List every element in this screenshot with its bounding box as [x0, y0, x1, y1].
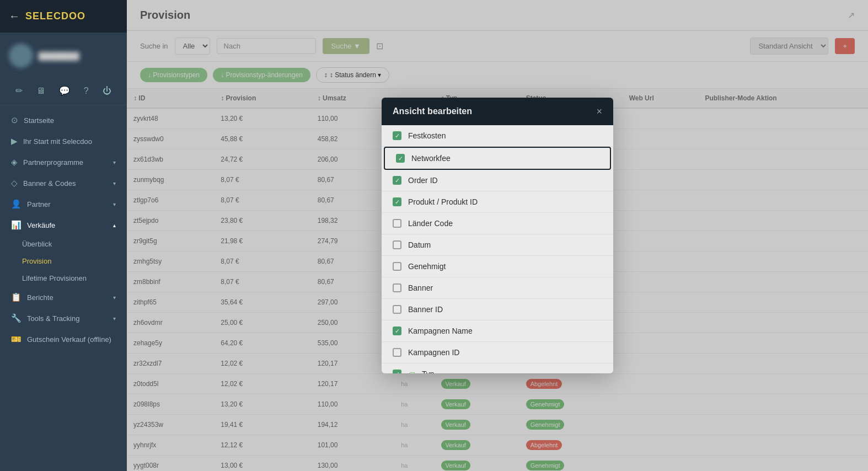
user-avatar-area: ████████ [0, 33, 127, 79]
berichte-icon: 📋 [11, 292, 22, 302]
sidebar-item-label: Tools & Tracking [27, 314, 79, 323]
gutschein-icon: 🎫 [11, 334, 22, 344]
partnerprogramme-icon: ◈ [11, 157, 18, 167]
modal-item-label: Länder Code [408, 219, 453, 228]
sidebar-item-label: Startseite [24, 116, 54, 125]
sidebar-item-ihr-start[interactable]: ▶ Ihr Start mit Selecdoo [0, 131, 127, 152]
chevron-down-icon: ▾ [113, 295, 116, 301]
checkbox-kampagnen-id[interactable] [393, 348, 401, 357]
modal-item-kampagnen-id[interactable]: Kampagnen ID [382, 342, 613, 363]
modal-overlay[interactable]: Ansicht bearbeiten × ✓ Festkosten ✓ Netw… [127, 0, 868, 471]
sidebar-header: ← SELECDOO [0, 0, 127, 33]
modal-item-label: Typ [422, 370, 435, 373]
modal-item-label: Festkosten [408, 131, 446, 140]
chevron-down-icon: ▾ [113, 180, 116, 186]
checkbox-festkosten[interactable]: ✓ [393, 131, 401, 140]
sidebar-item-banner[interactable]: ◇ Banner & Codes ▾ [0, 173, 127, 194]
modal-item-label: Order ID [408, 176, 438, 185]
checkbox-kampagnen-name[interactable]: ✓ [393, 327, 401, 335]
modal-item-networkfee[interactable]: ✓ Networkfee [384, 147, 611, 170]
modal-item-label: Produkt / Produkt ID [408, 197, 478, 206]
sidebar-icon-bar: ✏ 🖥 💬 ? ⏻ [0, 79, 127, 105]
modal-item-label: Kampagnen ID [408, 348, 459, 357]
edit-icon[interactable]: ✏ [13, 83, 25, 98]
sidebar-item-partner[interactable]: 👤 Partner ▾ [0, 194, 127, 215]
checkbox-order-id[interactable]: ✓ [393, 176, 401, 185]
sidebar-item-verkaufe[interactable]: 📊 Verkäufe ▴ [0, 215, 127, 235]
chevron-down-icon: ▾ [113, 159, 116, 165]
sidebar-item-label: Banner & Codes [23, 179, 76, 188]
sidebar-item-label: Verkäufe [27, 221, 55, 229]
sidebar-item-tools-tracking[interactable]: 🔧 Tools & Tracking ▾ [0, 308, 127, 329]
chevron-up-icon: ▴ [113, 222, 116, 228]
help-icon[interactable]: ? [82, 83, 91, 98]
avatar [9, 44, 33, 68]
modal-item-banner[interactable]: Banner [382, 277, 613, 299]
modal-item-order-id[interactable]: ✓ Order ID [382, 170, 613, 191]
ihr-start-icon: ▶ [11, 136, 18, 146]
modal-item-label: Banner [408, 283, 433, 292]
sidebar-item-berichte[interactable]: 📋 Berichte ▾ [0, 287, 127, 308]
modal-title: Ansicht bearbeiten [393, 106, 472, 116]
power-icon[interactable]: ⏻ [100, 83, 114, 98]
sidebar-subitem-uberblick[interactable]: Überblick [0, 235, 127, 253]
ansicht-bearbeiten-modal: Ansicht bearbeiten × ✓ Festkosten ✓ Netw… [382, 98, 613, 373]
checkbox-datum[interactable] [393, 240, 401, 249]
sidebar-subitem-lifetime[interactable]: Lifetime Provisionen [0, 270, 127, 287]
sidebar-subitem-provision[interactable]: Provision [0, 253, 127, 270]
checkbox-typ[interactable]: ✓ [393, 370, 401, 373]
modal-item-genehmigt[interactable]: Genehmigt [382, 256, 613, 277]
modal-item-label: Kampagnen Name [408, 327, 473, 335]
checkbox-banner-id[interactable] [393, 305, 401, 314]
monitor-icon[interactable]: 🖥 [34, 83, 47, 98]
startseite-icon: ⊙ [11, 115, 18, 125]
modal-item-festkosten[interactable]: ✓ Festkosten [382, 125, 613, 147]
sidebar-item-partnerprogramme[interactable]: ◈ Partnerprogramme ▾ [0, 152, 127, 173]
sidebar-item-label: Berichte [27, 293, 53, 302]
modal-header: Ansicht bearbeiten × [382, 98, 613, 125]
chat-icon[interactable]: 💬 [57, 83, 72, 98]
sidebar-item-label: Partner [27, 200, 51, 208]
partner-icon: 👤 [11, 199, 22, 209]
tools-icon: 🔧 [11, 313, 22, 323]
app-logo: SELECDOO [25, 10, 85, 22]
verkaufe-icon: 📊 [11, 220, 22, 230]
sidebar-item-gutschein[interactable]: 🎫 Gutschein Verkauf (offline) [0, 329, 127, 350]
modal-item-label: Networkfee [411, 154, 451, 163]
sidebar-item-label: Ihr Start mit Selecdoo [23, 137, 92, 146]
modal-close-button[interactable]: × [596, 106, 602, 116]
modal-item-typ[interactable]: ✓ 🏷 Typ [382, 363, 613, 373]
checkbox-lander-code[interactable] [393, 219, 401, 228]
main-content: Provision ↗ Suche in Alle Suche ▼ ⊡ Stan… [127, 0, 868, 471]
modal-item-banner-id[interactable]: Banner ID [382, 299, 613, 320]
checkbox-banner[interactable] [393, 283, 401, 292]
modal-item-label: Datum [408, 240, 431, 249]
avatar-info: ████████ [39, 52, 118, 60]
modal-body: ✓ Festkosten ✓ Networkfee ✓ Order ID ✓ P… [382, 125, 613, 373]
sidebar-nav: ⊙ Startseite ▶ Ihr Start mit Selecdoo ◈ … [0, 105, 127, 471]
modal-item-label: Banner ID [408, 305, 443, 314]
sidebar: ← SELECDOO ████████ ✏ 🖥 💬 ? ⏻ ⊙ Startsei… [0, 0, 127, 471]
sidebar-item-label: Partnerprogramme [23, 158, 83, 167]
tag-icon: 🏷 [408, 370, 415, 374]
modal-item-kampagnen-name[interactable]: ✓ Kampagnen Name [382, 320, 613, 342]
modal-item-datum[interactable]: Datum [382, 234, 613, 256]
modal-item-produkt-id[interactable]: ✓ Produkt / Produkt ID [382, 191, 613, 213]
chevron-down-icon: ▾ [113, 315, 116, 322]
avatar-name: ████████ [39, 52, 118, 60]
sidebar-item-startseite[interactable]: ⊙ Startseite [0, 110, 127, 131]
chevron-down-icon: ▾ [113, 201, 116, 207]
modal-item-label: Genehmigt [408, 262, 446, 271]
sidebar-item-label: Gutschein Verkauf (offline) [27, 335, 111, 344]
checkbox-genehmigt[interactable] [393, 262, 401, 271]
checkbox-networkfee[interactable]: ✓ [396, 154, 405, 163]
modal-item-lander-code[interactable]: Länder Code [382, 213, 613, 234]
checkbox-produkt-id[interactable]: ✓ [393, 197, 401, 206]
banner-icon: ◇ [11, 178, 18, 188]
back-button[interactable]: ← [9, 10, 20, 23]
